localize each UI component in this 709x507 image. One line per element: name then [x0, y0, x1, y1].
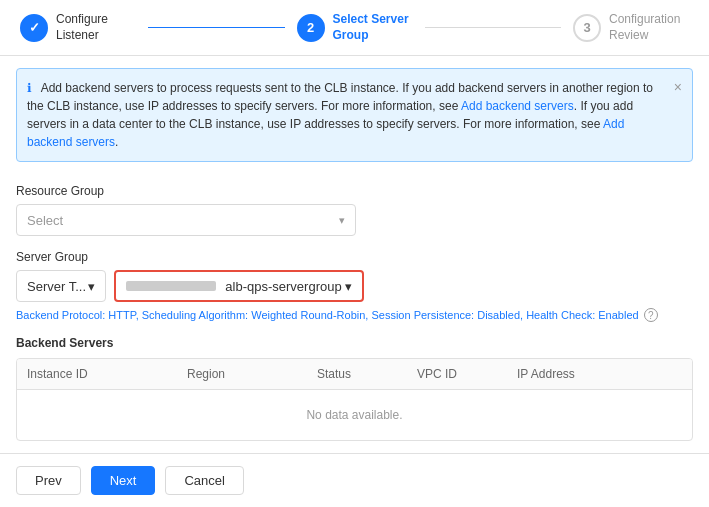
col-vpc-id: VPC ID	[407, 359, 507, 389]
step-3-label: Configuration Review	[609, 12, 689, 43]
help-icon[interactable]: ?	[644, 308, 658, 322]
prev-button[interactable]: Prev	[16, 466, 81, 495]
info-icon: ℹ	[27, 81, 32, 95]
col-instance-id: Instance ID	[17, 359, 177, 389]
connector-1-2	[148, 27, 285, 28]
connector-2-3	[425, 27, 562, 28]
server-type-chevron-icon: ▾	[88, 279, 95, 294]
col-region: Region	[177, 359, 307, 389]
next-button[interactable]: Next	[91, 466, 156, 495]
resource-group-row: Resource Group Select ▾	[16, 184, 693, 236]
info-banner: ℹ Add backend servers to process request…	[16, 68, 693, 162]
no-data-text: No data available.	[306, 408, 402, 422]
server-type-select[interactable]: Server T... ▾	[16, 270, 106, 302]
server-type-value: Server T...	[27, 279, 86, 294]
server-name-value: alb-qps-servergroup	[225, 279, 341, 294]
blurred-id	[126, 281, 216, 291]
server-group-label: Server Group	[16, 250, 693, 264]
backend-protocol-info: Backend Protocol: HTTP, Scheduling Algor…	[16, 308, 693, 322]
resource-group-label: Resource Group	[16, 184, 693, 198]
resource-group-placeholder: Select	[27, 213, 63, 228]
col-status: Status	[307, 359, 407, 389]
footer: Prev Next Cancel	[0, 453, 709, 507]
add-backend-servers-link-1[interactable]: Add backend servers	[461, 99, 574, 113]
server-group-row: Server Group Server T... ▾ alb-qps-serve…	[16, 250, 693, 322]
server-name-chevron-icon: ▾	[345, 279, 352, 294]
step-3-circle: 3	[573, 14, 601, 42]
close-banner-button[interactable]: ×	[674, 77, 682, 98]
step-1-label: Configure Listener	[56, 12, 136, 43]
chevron-down-icon: ▾	[339, 214, 345, 227]
step-2-circle: 2	[297, 14, 325, 42]
col-ip-address: IP Address	[507, 359, 692, 389]
table-header: Instance ID Region Status VPC ID IP Addr…	[17, 359, 692, 390]
server-name-select[interactable]: alb-qps-servergroup ▾	[114, 270, 364, 302]
table-body-empty: No data available.	[17, 390, 692, 440]
backend-servers-label: Backend Servers	[16, 336, 693, 350]
form-content: Resource Group Select ▾ Server Group Ser…	[0, 174, 709, 465]
stepper: ✓ Configure Listener 2 Select Server Gro…	[0, 0, 709, 56]
info-banner-text-3: .	[115, 135, 118, 149]
step-3-configuration-review: 3 Configuration Review	[573, 12, 689, 43]
resource-group-select[interactable]: Select ▾	[16, 204, 356, 236]
step-2-select-server-group: 2 Select Server Group	[297, 12, 413, 43]
server-group-selectors: Server T... ▾ alb-qps-servergroup ▾	[16, 270, 693, 302]
step-2-label: Select Server Group	[333, 12, 413, 43]
backend-servers-section: Backend Servers Instance ID Region Statu…	[16, 336, 693, 441]
backend-servers-table: Instance ID Region Status VPC ID IP Addr…	[16, 358, 693, 441]
step-1-configure-listener: ✓ Configure Listener	[20, 12, 136, 43]
cancel-button[interactable]: Cancel	[165, 466, 243, 495]
step-1-circle: ✓	[20, 14, 48, 42]
